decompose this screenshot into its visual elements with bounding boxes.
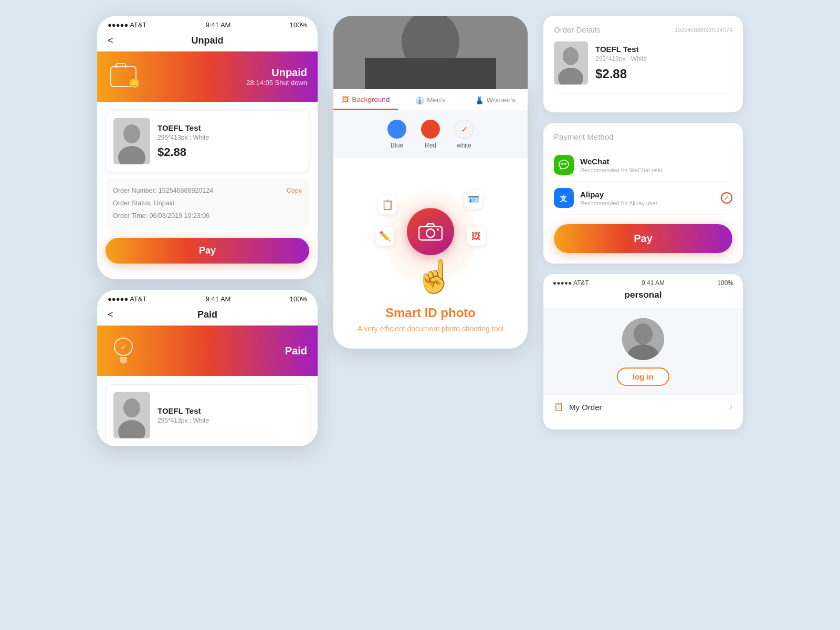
page-title-2: Paid [197,309,217,320]
wechat-logo [554,155,574,175]
od-title: Order Details [554,25,600,34]
color-white[interactable]: ✓ white [455,120,474,149]
od-product-spec: 295*413px ; White [595,55,647,62]
white-label: white [457,142,471,149]
product-price: $2.88 [158,145,301,159]
svg-text:支: 支 [559,194,568,203]
tab-background[interactable]: 🖼 Background [333,89,398,110]
paid-screen: ●●●●● AT&T 9:41 AM 100% < Paid ✓ Paid [97,290,318,446]
od-item-row: TOEFL Test 295*413px ; White $2.88 [554,41,732,93]
middle-column: 🖼 Background 👔 Men's 👗 Women's Blue Red [333,16,528,349]
color-red[interactable]: Red [421,120,440,149]
mens-tab-icon: 👔 [415,96,424,104]
banner-countdown: 28:14:05 Shut down [246,79,307,87]
camera-button[interactable] [407,208,454,255]
product-name: TOEFL Test [158,123,301,132]
mid-phone: 🖼 Background 👔 Men's 👗 Women's Blue Red [333,89,528,349]
left-column: ●●●●● AT&T 9:41 AM 100% < Unpaid 🪙 Unpai… [97,16,318,446]
banner-icon: 🪙 [108,61,139,92]
svg-point-15 [561,163,563,165]
banner-info: Unpaid 28:14:05 Shut down [246,67,307,87]
od-info: TOEFL Test 295*413px ; White $2.88 [595,45,647,81]
right-column: Order Details 192546888920124074 TOEFL T… [543,16,743,429]
background-tab-icon: 🖼 [342,96,349,103]
chevron-right-icon: › [730,402,732,412]
paid-product-name: TOEFL Test [158,406,301,415]
nav-bar-2: < Paid [97,306,318,326]
clipboard-icon: 📋 [378,195,397,214]
pp-carrier: ●●●●● AT&T [553,279,589,287]
status-bar: ●●●●● AT&T 9:41 AM 100% [97,16,318,32]
tab-mens[interactable]: 👔 Men's [398,89,463,110]
back-button-2[interactable]: < [108,309,113,320]
pp-battery: 100% [717,279,733,287]
pp-status-bar: ●●●●● AT&T 9:41 AM 100% [543,274,743,290]
battery-2: 100% [290,295,307,303]
order-card: TOEFL Test 295*413px ; White $2.88 [106,110,309,172]
svg-rect-8 [365,58,496,89]
back-button[interactable]: < [108,35,113,46]
carrier-2: ●●●●● AT&T [108,295,146,303]
od-product-price: $2.88 [595,67,647,81]
product-thumbnail [113,118,150,164]
status-time: 9:41 AM [206,21,231,29]
medal-ribbon [120,357,127,364]
paid-product-thumbnail [113,392,150,438]
alipay-logo: 支 [554,188,574,208]
page-title: Unpaid [192,35,224,46]
alipay-option[interactable]: 支 Alipay Recommended for Alipay user ✓ [554,182,732,215]
finger-icon: ☝️ [415,258,454,295]
coins-icon: 🪙 [129,78,140,88]
wechat-option[interactable]: WeChat Recommended for WeChat user [554,149,732,182]
white-dot: ✓ [455,120,474,139]
order-status-row: Order Status: Unpaid [113,197,302,210]
unpaid-screen: ●●●●● AT&T 9:41 AM 100% < Unpaid 🪙 Unpai… [97,16,318,279]
tab-womens[interactable]: 👗 Women's [463,89,528,110]
paid-product-spec: 295*413px ; White [158,417,301,424]
pp-avatar-section: log in [543,308,743,394]
order-info: TOEFL Test 295*413px ; White $2.88 [158,123,301,159]
color-blue[interactable]: Blue [387,120,406,149]
carrier: ●●●●● AT&T [108,21,146,29]
order-details: Order Number: 192546888920124 Copy Order… [106,178,309,228]
person-icon: 🪪 [464,190,483,209]
pp-time: 9:41 AM [642,279,665,287]
nav-bar: < Unpaid [97,32,318,51]
od-number: 192546888920124074 [675,27,732,33]
payment-section: Payment Method WeChat Recommended for We… [543,123,743,264]
login-button[interactable]: log in [617,368,669,386]
color-picker: Blue Red ✓ white [333,110,528,159]
svg-point-4 [123,398,140,417]
od-product-name: TOEFL Test [595,45,647,54]
alipay-desc: Alipay Recommended for Alipay user [580,190,657,206]
payment-title: Payment Method [554,132,732,141]
camera-section: 📋 🪪 ✏️ 🖼 ☝️ Smart ID photo A very effici… [333,159,528,349]
pp-page-title: personal [543,290,743,308]
battery: 100% [290,21,307,29]
order-menu-icon: 📋 [554,402,564,412]
order-details-card: Order Details 192546888920124074 TOEFL T… [543,16,743,112]
order-menu-label: My Order [569,403,602,412]
paid-order-card: TOEFL Test 295*413px ; White [106,384,309,446]
personal-screen: ●●●●● AT&T 9:41 AM 100% personal log in … [543,274,743,429]
alipay-check: ✓ [721,192,732,204]
paid-banner-info: Paid [285,345,307,357]
edit-icon: ✏️ [375,227,394,246]
image-icon: 🖼 [467,227,486,246]
tab-bar: 🖼 Background 👔 Men's 👗 Women's [333,89,528,110]
paid-banner: ✓ Paid [97,326,318,376]
womens-tab-icon: 👗 [475,96,484,104]
status-banner: 🪙 Unpaid 28:14:05 Shut down [97,51,318,102]
order-number-row: Order Number: 192546888920124 Copy [113,185,302,197]
red-dot [421,120,440,139]
my-order-menu-item[interactable]: 📋 My Order › [543,394,743,419]
copy-button[interactable]: Copy [287,185,302,197]
paid-status: Paid [285,345,307,357]
pay-button-large[interactable]: Pay [554,224,732,253]
svg-point-11 [437,228,439,230]
svg-point-19 [634,323,653,344]
paid-banner-icon: ✓ [108,335,139,366]
status-bar-2: ●●●●● AT&T 9:41 AM 100% [97,290,318,306]
blue-label: Blue [391,142,403,149]
pay-button[interactable]: Pay [106,238,309,264]
